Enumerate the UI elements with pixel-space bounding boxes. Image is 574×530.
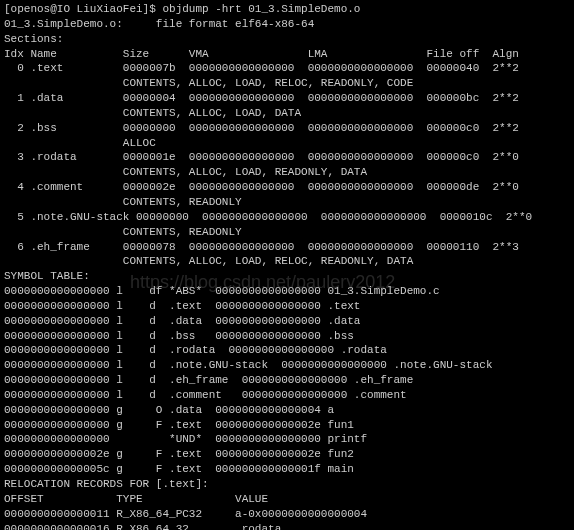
symbol-row: 0000000000000000 l d .bss 00000000000000… [4, 329, 570, 344]
prompt-line: [openos@IO LiuXiaoFei]$ objdump -hrt 01_… [4, 2, 570, 17]
symbol-row: 0000000000000000 l d .data 0000000000000… [4, 314, 570, 329]
symbol-row: 000000000000002e g F .text 0000000000000… [4, 447, 570, 462]
section-row: 0 .text 0000007b 0000000000000000 000000… [4, 61, 570, 76]
reloc-text-header: RELOCATION RECORDS FOR [.text]: [4, 477, 570, 492]
section-row: 6 .eh_frame 00000078 0000000000000000 00… [4, 240, 570, 255]
section-attr: CONTENTS, READONLY [4, 195, 570, 210]
symbol-row: 0000000000000000 l d .text 0000000000000… [4, 299, 570, 314]
section-attr: CONTENTS, READONLY [4, 225, 570, 240]
section-row: 4 .comment 0000002e 0000000000000000 000… [4, 180, 570, 195]
section-attr: CONTENTS, ALLOC, LOAD, READONLY, DATA [4, 165, 570, 180]
symbol-row: 0000000000000000 l df *ABS* 000000000000… [4, 284, 570, 299]
section-row: 3 .rodata 0000001e 0000000000000000 0000… [4, 150, 570, 165]
symbol-row: 000000000000005c g F .text 0000000000000… [4, 462, 570, 477]
reloc-columns: OFFSET TYPE VALUE [4, 492, 570, 507]
symbol-row: 0000000000000000 l d .rodata 00000000000… [4, 343, 570, 358]
section-attr: CONTENTS, ALLOC, LOAD, RELOC, READONLY, … [4, 76, 570, 91]
section-row: 2 .bss 00000000 0000000000000000 0000000… [4, 121, 570, 136]
file-info: 01_3.SimpleDemo.o: file format elf64-x86… [4, 17, 570, 32]
symbol-row: 0000000000000000 l d .eh_frame 000000000… [4, 373, 570, 388]
section-row: 5 .note.GNU-stack 00000000 0000000000000… [4, 210, 570, 225]
symbol-row: 0000000000000000 g F .text 0000000000000… [4, 418, 570, 433]
sections-columns: Idx Name Size VMA LMA File off Algn [4, 47, 570, 62]
section-row: 1 .data 00000004 0000000000000000 000000… [4, 91, 570, 106]
section-attr: CONTENTS, ALLOC, LOAD, RELOC, READONLY, … [4, 254, 570, 269]
symbol-row: 0000000000000000 l d .note.GNU-stack 000… [4, 358, 570, 373]
sections-header: Sections: [4, 32, 570, 47]
symbol-row: 0000000000000000 g O .data 0000000000000… [4, 403, 570, 418]
reloc-row: 0000000000000016 R_X86_64_32 .rodata [4, 522, 570, 530]
symbol-row: 0000000000000000 *UND* 0000000000000000 … [4, 432, 570, 447]
reloc-row: 0000000000000011 R_X86_64_PC32 a-0x00000… [4, 507, 570, 522]
symbol-table-header: SYMBOL TABLE: [4, 269, 570, 284]
section-attr: CONTENTS, ALLOC, LOAD, DATA [4, 106, 570, 121]
symbol-row: 0000000000000000 l d .comment 0000000000… [4, 388, 570, 403]
section-attr: ALLOC [4, 136, 570, 151]
